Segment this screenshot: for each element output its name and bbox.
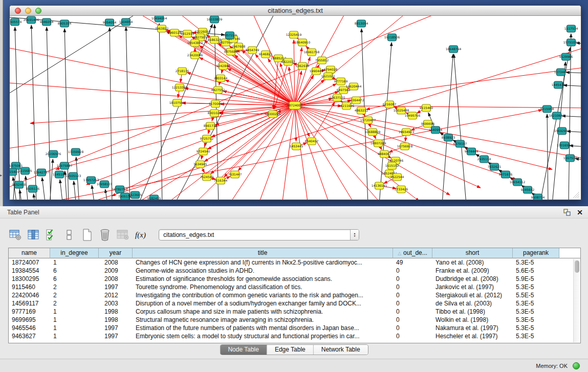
graph-node[interactable]: 9474444 xyxy=(465,148,478,155)
graph-node[interactable]: 15692971 xyxy=(554,127,570,135)
delete-columns-icon[interactable] xyxy=(98,228,112,242)
table-cell[interactable]: de Silva et al. (2003) xyxy=(432,299,513,308)
graph-node[interactable]: 2718176 xyxy=(176,68,189,75)
graph-node[interactable]: 8905354 xyxy=(58,20,72,27)
table-cell[interactable]: Tourette syndrome. Phenomenology and cla… xyxy=(133,283,393,291)
graph-node[interactable]: 7832621 xyxy=(488,163,502,170)
table-vertical-scrollbar[interactable] xyxy=(573,259,580,342)
graph-node[interactable]: 8960128 xyxy=(168,29,182,36)
table-cell[interactable]: Genome-wide association studies in ADHD. xyxy=(133,267,393,275)
graph-node[interactable]: 4863212 xyxy=(355,107,368,114)
panel-expand-arrow-icon[interactable]: ▸ xyxy=(0,173,2,178)
column-header-short[interactable]: short xyxy=(432,248,513,258)
network-canvas[interactable]: 1872400779638228960128891293523226058982… xyxy=(10,16,581,200)
graph-node[interactable]: 8540417 xyxy=(305,138,319,145)
graph-node[interactable]: 2935114 xyxy=(477,156,491,163)
table-cell[interactable]: 1 xyxy=(50,258,99,267)
graph-node[interactable]: 10637120 xyxy=(330,94,345,101)
table-cell[interactable]: Estimation of the future numbers of pati… xyxy=(133,324,393,332)
table-cell[interactable]: 5.3E-5 xyxy=(513,258,559,267)
dropdown-stepper-icon[interactable]: ▲▼ xyxy=(350,230,359,240)
graph-node[interactable]: 7631447 xyxy=(228,171,242,178)
table-cell[interactable]: 1 xyxy=(50,332,99,340)
graph-node[interactable]: 13942757 xyxy=(34,169,50,176)
graph-node[interactable]: 8912935 xyxy=(181,30,194,37)
citation-network-graph[interactable]: 1872400779638228960128891293523226058982… xyxy=(10,16,581,200)
network-view-window[interactable]: citations_edges.txt 18724007796382289601… xyxy=(9,5,581,200)
tab-node-table[interactable]: Node Table xyxy=(220,345,267,355)
table-cell[interactable]: 14569117 xyxy=(9,299,50,308)
table-row[interactable]: 911546021997Tourette syndrome. Phenomeno… xyxy=(9,283,580,291)
graph-node[interactable]: 8471676 xyxy=(499,171,513,178)
table-cell[interactable]: Estimation of significance thresholds fo… xyxy=(133,275,393,283)
table-row[interactable]: 946554611997Estimation of the future num… xyxy=(9,324,580,332)
table-cell[interactable]: Franke et al. (2009) xyxy=(432,267,513,275)
table-cell[interactable]: 5.5E-5 xyxy=(513,291,559,299)
graph-node[interactable]: 1145194 xyxy=(53,171,67,178)
graph-node[interactable]: 6822037 xyxy=(281,58,295,65)
graph-node[interactable]: 15720407 xyxy=(360,117,376,124)
graph-node[interactable]: 16033809 xyxy=(207,16,223,23)
table-cell[interactable]: 9465546 xyxy=(9,324,50,332)
graph-node[interactable]: 8215958 xyxy=(540,105,554,113)
graph-node[interactable]: 16756928 xyxy=(397,143,413,150)
table-row[interactable]: 2242004622012Investigating the contribut… xyxy=(9,291,580,299)
graph-node[interactable]: 1170066 xyxy=(209,100,223,107)
graph-node[interactable]: 9725712 xyxy=(200,135,214,142)
graph-node[interactable]: 19218506 xyxy=(384,34,400,41)
table-cell[interactable]: 5.3E-5 xyxy=(513,308,559,316)
memory-status-indicator[interactable] xyxy=(573,362,580,369)
graph-node[interactable]: 1990448 xyxy=(310,68,323,75)
graph-node[interactable]: 11211606 xyxy=(339,102,355,110)
graph-node[interactable]: 8301022 xyxy=(208,110,222,117)
table-cell[interactable]: Embryonic stem cells: a model to study s… xyxy=(133,332,393,340)
table-row[interactable]: 977716911998Corpus callosum shape and si… xyxy=(9,308,580,316)
table-cell[interactable]: 2 xyxy=(50,299,99,308)
tab-network-table[interactable]: Network Table xyxy=(314,345,368,355)
node-table[interactable]: namein_degreeyeartitle△out_de...shortpag… xyxy=(8,248,581,343)
table-cell[interactable]: 2008 xyxy=(99,258,133,267)
zoom-window-button[interactable] xyxy=(35,8,41,14)
table-cell[interactable]: 0 xyxy=(393,308,432,316)
table-cell[interactable]: 1997 xyxy=(99,332,133,340)
table-cell[interactable]: 1998 xyxy=(99,316,133,324)
tab-edge-table[interactable]: Edge Table xyxy=(267,345,314,355)
graph-node[interactable]: 6794028 xyxy=(324,66,338,73)
table-cell[interactable]: 22420046 xyxy=(9,291,50,299)
table-cell[interactable]: 1 xyxy=(50,324,99,332)
table-cell[interactable]: 1997 xyxy=(99,283,133,291)
graph-node[interactable]: 8561731 xyxy=(204,122,217,129)
graph-node[interactable]: 7963822 xyxy=(155,25,169,32)
column-header-title[interactable]: title xyxy=(133,248,393,258)
graph-node[interactable]: 16543812 xyxy=(187,39,203,47)
graph-node[interactable]: 1733426 xyxy=(395,186,408,193)
graph-node[interactable]: 18107551 xyxy=(169,99,185,106)
column-header-in_degree[interactable]: in_degree xyxy=(50,248,99,258)
graph-node[interactable]: 9046054 xyxy=(40,18,54,26)
table-cell[interactable]: Hescheler et al. (1997) xyxy=(432,332,513,340)
graph-node[interactable]: 9724540 xyxy=(197,148,210,155)
table-cell[interactable]: 5.6E-5 xyxy=(513,267,559,275)
table-cell[interactable]: 18724007 xyxy=(9,258,50,267)
graph-node[interactable]: 1273441 xyxy=(554,69,568,76)
table-cell[interactable]: 5.3E-5 xyxy=(513,283,559,291)
hub-node[interactable]: 18724007 xyxy=(287,102,303,110)
graph-node[interactable]: 1615152 xyxy=(385,162,399,169)
table-cell[interactable]: Nakamura et al. (1997) xyxy=(432,324,513,332)
table-cell[interactable]: 9463627 xyxy=(9,332,50,340)
collapsed-panel-strip[interactable]: ▸ xyxy=(0,0,3,206)
graph-node[interactable]: 1604854 xyxy=(119,18,133,26)
close-window-button[interactable] xyxy=(15,8,21,14)
graph-node[interactable]: 1453445 xyxy=(290,143,303,150)
graph-node[interactable]: 10958107 xyxy=(97,181,113,188)
table-cell[interactable]: 0 xyxy=(393,291,432,299)
table-cell[interactable]: 5.3E-5 xyxy=(513,299,559,308)
table-cell[interactable]: 6 xyxy=(50,275,99,283)
table-cell[interactable]: Disruption of a novel member of a sodium… xyxy=(133,299,393,308)
graph-node[interactable]: 9508734 xyxy=(531,194,545,200)
graph-node[interactable]: 16961758 xyxy=(304,49,320,56)
graph-node[interactable]: 9884067 xyxy=(378,150,391,158)
table-cell[interactable]: Dudbridge et al. (2008) xyxy=(432,275,513,283)
table-mode-icon[interactable] xyxy=(8,228,22,242)
table-cell[interactable]: 2009 xyxy=(99,267,133,275)
